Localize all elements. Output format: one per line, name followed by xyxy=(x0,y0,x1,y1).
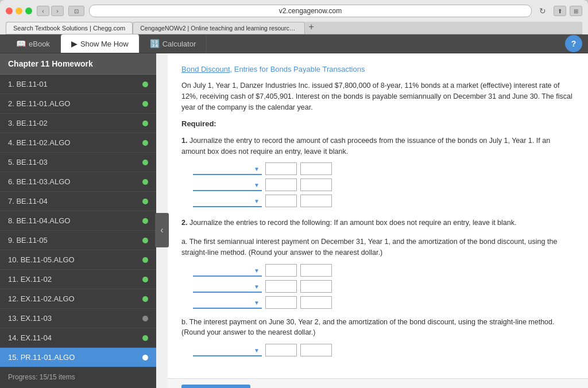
sidebar-item-pr1101algo[interactable]: 15. PR.11-01.ALGO xyxy=(0,348,156,367)
sidebar-dot xyxy=(142,355,148,360)
q1-debit-input-2[interactable] xyxy=(265,179,297,191)
q1-account-select-2[interactable] xyxy=(193,179,262,191)
sidebar-dot xyxy=(142,335,148,341)
required-label: Required: xyxy=(181,118,574,130)
sidebar-item-ex1103[interactable]: 13. EX.11-03 xyxy=(0,309,156,328)
q1-dropdown-1[interactable]: ▼ xyxy=(193,162,262,175)
reader-view-button[interactable]: ⊡ xyxy=(68,6,84,16)
sidebar-item-be1103[interactable]: 5. BE.11-03 xyxy=(0,153,156,172)
share-button[interactable]: ⬆ xyxy=(554,6,566,16)
q2a-credit-input-2[interactable] xyxy=(300,280,332,293)
check-my-work-button[interactable]: Check My Work xyxy=(181,385,250,388)
q2b-text: b. The interest payment on June 30, Year… xyxy=(181,317,574,339)
q2b-account-select-1[interactable] xyxy=(193,344,262,356)
sidebar-item-be1101algo[interactable]: 2. BE.11-01.ALGO xyxy=(0,94,156,114)
fullscreen-button[interactable] xyxy=(25,7,32,14)
sidebar-dot xyxy=(142,316,148,321)
app-tab-bar: 📖 eBook ▶ Show Me How 🔢 Calculator ? xyxy=(0,34,588,53)
question-2-block: 2. Journalize the entries to record the … xyxy=(181,218,574,356)
q2a-dropdown-2[interactable]: ▼ xyxy=(193,280,262,293)
q1-credit-input-1[interactable] xyxy=(300,162,332,175)
sidebar-collapse-button[interactable]: ‹ xyxy=(155,213,169,247)
browser-chrome: ‹ › ⊡ v2.cengagenow.com ↻ ⬆ ⊞ Search Tex… xyxy=(0,0,588,34)
q2a-debit-input-3[interactable] xyxy=(265,296,297,309)
q1-account-select-3[interactable] xyxy=(193,195,262,207)
q1-account-select-1[interactable] xyxy=(193,162,262,175)
sidebar-item-be1102algo[interactable]: 4. BE.11-02.ALGO xyxy=(0,133,156,153)
sidebar-dot xyxy=(142,82,148,87)
main-layout: Chapter 11 Homework 1. BE.11-01 2. BE.11… xyxy=(0,53,588,388)
q1-dropdown-3[interactable]: ▼ xyxy=(193,195,262,207)
q2a-debit-input-2[interactable] xyxy=(265,280,297,293)
q2a-dropdown-3[interactable]: ▼ xyxy=(193,296,262,309)
sidebar-dot xyxy=(142,277,148,282)
tab-chegg[interactable]: Search Textbook Solutions | Chegg.com xyxy=(6,22,133,34)
q1-credit-input-3[interactable] xyxy=(300,195,332,207)
content-body: On July 1, Year 1, Danzer Industries Inc… xyxy=(181,80,574,356)
tab-calculator[interactable]: 🔢 Calculator xyxy=(140,34,207,53)
q2a-input-row-1: ▼ xyxy=(181,264,574,277)
sidebar: Chapter 11 Homework 1. BE.11-01 2. BE.11… xyxy=(0,53,156,388)
sidebar-item-be1104algo[interactable]: 8. BE.11-04.ALGO xyxy=(0,211,156,231)
q2a-input-row-2: ▼ xyxy=(181,280,574,293)
tab-show-me[interactable]: ▶ Show Me How xyxy=(61,34,140,53)
sidebar-progress: Progress: 15/15 items xyxy=(0,367,156,387)
q2b-dropdown-1[interactable]: ▼ xyxy=(193,344,262,356)
q2b-credit-input-1[interactable] xyxy=(300,344,332,356)
sidebar-dot xyxy=(142,199,148,204)
sidebar-dot xyxy=(142,296,148,302)
sidebar-dot xyxy=(142,179,148,185)
sidebar-item-be1105algo[interactable]: 10. BE.11-05.ALGO xyxy=(0,250,156,270)
content-area: Bond Discount, Entries for Bonds Payable… xyxy=(168,53,588,388)
back-button[interactable]: ‹ xyxy=(37,6,49,16)
q2a-account-select-1[interactable] xyxy=(193,264,262,277)
new-tab-plus[interactable]: + xyxy=(305,22,318,32)
q1-credit-input-2[interactable] xyxy=(300,179,332,191)
minimize-button[interactable] xyxy=(16,7,22,14)
sidebar-item-be1103algo[interactable]: 6. BE.11-03.ALGO xyxy=(0,172,156,192)
user-avatar: ? xyxy=(565,35,582,52)
sidebar-item-be1105[interactable]: 9. BE.11-05 xyxy=(0,231,156,250)
tab-cengage[interactable]: CengageNOWv2 | Online teaching and learn… xyxy=(133,22,305,34)
sidebar-item-ex1104[interactable]: 14. EX.11-04 xyxy=(0,328,156,348)
content-bottom-bar: Check My Work 3 more Check My Work uses … xyxy=(168,378,588,388)
q2b-input-row-1: ▼ xyxy=(181,344,574,356)
q1-input-row-3: ▼ xyxy=(181,195,574,207)
sidebar-header: Chapter 11 Homework xyxy=(0,53,156,75)
forward-button[interactable]: › xyxy=(51,6,64,16)
sidebar-item-be1102[interactable]: 3. BE.11-02 xyxy=(0,114,156,133)
q2a-credit-input-3[interactable] xyxy=(300,296,332,309)
q2a-text: a. The first semiannual interest payment… xyxy=(181,236,574,258)
content-title: Bond Discount, Entries for Bonds Payable… xyxy=(181,65,574,73)
q1-dropdown-2[interactable]: ▼ xyxy=(193,179,262,191)
tab-ebook[interactable]: 📖 eBook xyxy=(6,34,61,53)
q2a-account-select-3[interactable] xyxy=(193,296,262,309)
close-button[interactable] xyxy=(6,7,13,14)
sidebar-dot xyxy=(142,160,148,165)
sidebar-dot xyxy=(142,101,148,107)
sidebar-dot xyxy=(142,218,148,224)
traffic-lights xyxy=(6,7,32,14)
q1-input-row-2: ▼ xyxy=(181,179,574,191)
ebook-icon: 📖 xyxy=(16,39,26,48)
sidebar-dot xyxy=(142,238,148,243)
reload-button[interactable]: ↻ xyxy=(536,6,549,16)
q2a-account-select-2[interactable] xyxy=(193,280,262,293)
q2b-debit-input-1[interactable] xyxy=(265,344,297,356)
sidebar-item-ex1102algo[interactable]: 12. EX.11-02.ALGO xyxy=(0,289,156,309)
q2a-debit-input-1[interactable] xyxy=(265,264,297,277)
q2a-input-row-3: ▼ xyxy=(181,296,574,309)
new-tab-button[interactable]: ⊞ xyxy=(570,6,582,16)
q2a-dropdown-1[interactable]: ▼ xyxy=(193,264,262,277)
browser-tab-bar: Search Textbook Solutions | Chegg.com Ce… xyxy=(6,22,582,34)
calculator-icon: 🔢 xyxy=(150,39,160,48)
q1-debit-input-1[interactable] xyxy=(265,162,297,175)
sidebar-item-ex1102[interactable]: 11. EX.11-02 xyxy=(0,270,156,289)
q2a-credit-input-1[interactable] xyxy=(300,264,332,277)
q1-input-row-1: ▼ xyxy=(181,162,574,175)
app-container: 📖 eBook ▶ Show Me How 🔢 Calculator ? Cha… xyxy=(0,34,588,388)
sidebar-item-be1101[interactable]: 1. BE.11-01 xyxy=(0,75,156,94)
address-bar[interactable]: v2.cengagenow.com xyxy=(89,5,532,17)
q1-debit-input-3[interactable] xyxy=(265,195,297,207)
sidebar-item-be1104[interactable]: 7. BE.11-04 xyxy=(0,192,156,211)
